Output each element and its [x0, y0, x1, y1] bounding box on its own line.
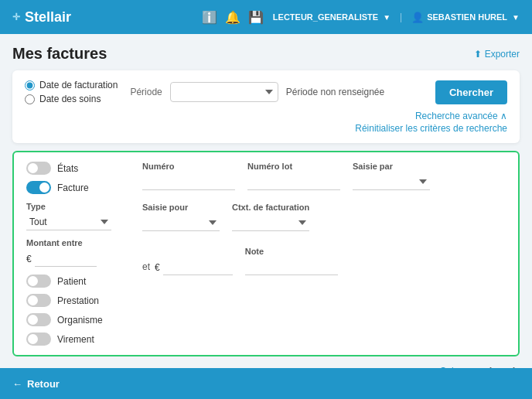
montant-max-input[interactable]	[163, 259, 233, 275]
footer: ← Retour	[0, 368, 532, 399]
saisie-par-select[interactable]	[353, 174, 430, 190]
saisie-par-label: Saisie par	[353, 162, 430, 171]
etats-toggle-item: États	[26, 162, 127, 175]
back-arrow-icon: ←	[12, 378, 22, 390]
search-panel: Date de facturation Date des soins Pério…	[12, 70, 520, 143]
chercher-button[interactable]: Chercher	[435, 80, 507, 104]
numero-lot-field: Numéro lot	[247, 162, 340, 190]
prestation-label: Prestation	[57, 295, 99, 306]
euro-symbol-1: €	[26, 254, 32, 264]
fields-grid-row1: Numéro Numéro lot Saisie par Sa	[142, 162, 506, 231]
recherche-avancee-label: Recherche avancée	[415, 111, 498, 121]
radio-date-soins[interactable]: Date des soins	[25, 94, 118, 104]
ctxt-facturation-select[interactable]	[232, 215, 309, 231]
user1-selector[interactable]: LECTEUR_GENERALISTE ▼	[273, 12, 390, 22]
user2-label: SEBASTIEN HUREL	[427, 12, 507, 22]
patient-label: Patient	[57, 276, 86, 287]
user1-label: LECTEUR_GENERALISTE	[273, 12, 378, 22]
montant-max-input-row: €	[155, 259, 233, 275]
radio-date-soins-input[interactable]	[25, 94, 35, 104]
export-icon: ⬆	[474, 49, 482, 60]
organisme-toggle[interactable]	[26, 313, 51, 326]
user2-icon: 👤	[411, 12, 424, 23]
prestation-toggle[interactable]	[26, 294, 51, 307]
et-label: et	[142, 261, 150, 272]
saisie-pour-label: Saisie pour	[142, 203, 220, 212]
saisie-pour-field: Saisie pour	[142, 203, 220, 231]
radio-date-soins-label: Date des soins	[39, 94, 101, 104]
note-field: Note	[245, 247, 338, 275]
organisme-slider	[26, 313, 51, 326]
info-icon[interactable]: ℹ️	[202, 10, 217, 25]
export-label: Exporter	[485, 49, 520, 60]
etats-slider	[26, 162, 51, 175]
page-title: Mes factures	[12, 45, 107, 63]
radio-date-facturation[interactable]: Date de facturation	[25, 80, 118, 90]
periode-label: Période	[130, 87, 162, 97]
chevron-up-icon: ∧	[500, 111, 507, 121]
prestation-slider	[26, 294, 51, 307]
montant-field: Montant entre €	[26, 238, 127, 267]
saisie-par-field: Saisie par	[353, 162, 430, 190]
numero-lot-input[interactable]	[247, 174, 340, 190]
patient-toggle[interactable]	[26, 275, 51, 288]
date-radio-group: Date de facturation Date des soins	[25, 80, 118, 104]
virement-toggle-item: Virement	[26, 332, 127, 346]
bottom-toggles: Patient Prestation O	[26, 275, 127, 346]
search-links: Recherche avancée ∧ Réinitialiser les cr…	[25, 111, 507, 134]
montant-min-row: €	[26, 251, 127, 267]
back-label: Retour	[27, 378, 60, 390]
ctxt-facturation-field: Ctxt. de facturation	[232, 203, 309, 231]
montant-min-input[interactable]	[35, 251, 97, 267]
virement-label: Virement	[57, 334, 94, 345]
facture-label: Facture	[57, 182, 89, 193]
filters-left: États Facture Type Tout	[26, 162, 127, 346]
page-title-row: Mes factures ⬆ Exporter	[12, 45, 520, 63]
fields-grid-row2: et € Note	[142, 247, 506, 275]
type-select[interactable]: Tout	[26, 214, 111, 230]
export-button[interactable]: ⬆ Exporter	[474, 49, 520, 60]
patient-toggle-item: Patient	[26, 275, 127, 288]
organisme-label: Organisme	[57, 315, 103, 326]
facture-toggle-item: Facture	[26, 181, 127, 194]
save-icon[interactable]: 💾	[248, 10, 264, 25]
organisme-toggle-item: Organisme	[26, 313, 127, 326]
search-top: Date de facturation Date des soins Pério…	[25, 80, 507, 104]
main-content: Mes factures ⬆ Exporter Date de facturat…	[0, 34, 532, 368]
header: ✛ Stellair ℹ️ 🔔 💾 LECTEUR_GENERALISTE ▼ …	[0, 0, 532, 34]
type-field: Type Tout	[26, 202, 127, 230]
notification-icon[interactable]: 🔔	[225, 10, 240, 25]
periode-select[interactable]	[170, 82, 278, 102]
logo-plus-icon: ✛	[12, 12, 20, 22]
type-label: Type	[26, 202, 127, 211]
note-input[interactable]	[245, 259, 338, 275]
etats-label: États	[57, 163, 78, 174]
etats-toggle[interactable]	[26, 162, 51, 175]
numero-field: Numéro	[142, 162, 235, 190]
virement-toggle[interactable]	[26, 332, 51, 346]
radio-date-facturation-input[interactable]	[25, 80, 35, 90]
saisie-pour-select[interactable]	[142, 215, 220, 231]
filters-main-area: États Facture Type Tout	[26, 162, 506, 346]
virement-slider	[26, 332, 51, 346]
numero-input[interactable]	[142, 174, 235, 190]
user2-selector[interactable]: 👤 SEBASTIEN HUREL ▼	[411, 12, 520, 23]
euro-symbol-2: €	[155, 262, 160, 273]
user1-dropdown-arrow: ▼	[383, 13, 390, 22]
recherche-avancee-link[interactable]: Recherche avancée ∧	[415, 111, 507, 121]
montant-entre-label: Montant entre	[26, 238, 127, 247]
periode-non-renseignee: Période non renseignée	[286, 87, 384, 97]
numero-lot-label: Numéro lot	[247, 162, 340, 171]
logo-text: Stellair	[25, 9, 71, 26]
facture-slider	[26, 181, 51, 194]
user2-dropdown-arrow: ▼	[512, 13, 520, 22]
facture-toggle[interactable]	[26, 181, 51, 194]
reinitialiser-link[interactable]: Réinitialiser les critères de recherche	[355, 123, 507, 134]
toggle-row-top: États Facture	[26, 162, 127, 194]
back-button[interactable]: ← Retour	[12, 378, 60, 390]
montant-max-row: et €	[142, 259, 233, 275]
header-right: ℹ️ 🔔 💾 LECTEUR_GENERALISTE ▼ | 👤 SEBASTI…	[202, 10, 520, 25]
logo: ✛ Stellair	[12, 9, 71, 26]
prestation-toggle-item: Prestation	[26, 294, 127, 307]
header-divider: |	[400, 12, 402, 22]
